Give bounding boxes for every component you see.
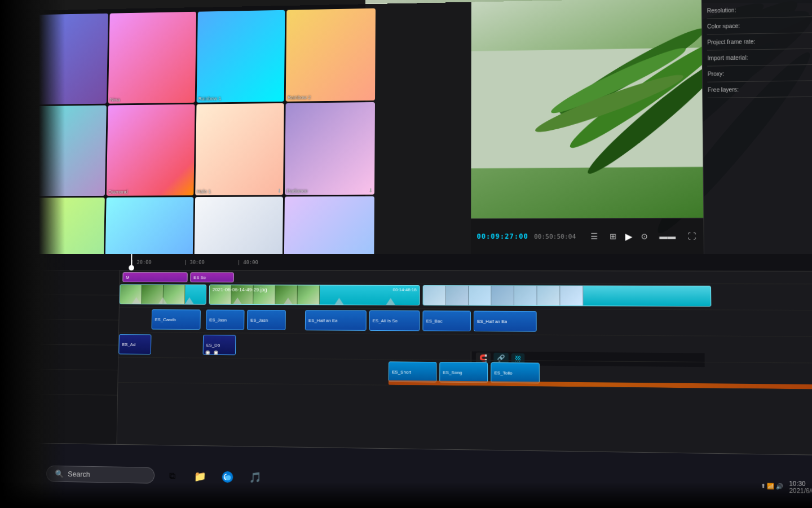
- preview-plant: [471, 0, 703, 218]
- media-thumb-4[interactable]: Rainbow 2: [286, 8, 376, 102]
- media-thumb-9[interactable]: Radiance ⬇: [285, 102, 374, 195]
- play-button[interactable]: ▶: [625, 231, 632, 242]
- track-row-a3: ES_Short ES_Song ES_Tollo: [118, 357, 812, 389]
- proxy-item[interactable]: Proxy:: [708, 65, 812, 82]
- time-mark-40: | 40:00: [237, 259, 292, 265]
- time-mark-30: | 30:00: [184, 259, 237, 265]
- media-thumb-7[interactable]: Diamond: [107, 104, 195, 196]
- settings-btn[interactable]: ▬▬: [656, 230, 679, 242]
- clip-purple-1[interactable]: M: [122, 272, 187, 282]
- thumb-label-8: Halo 1: [197, 189, 211, 195]
- edge-icon: [221, 470, 233, 483]
- current-timecode: 00:09:27:00: [476, 233, 528, 240]
- triangle-markers-1: [120, 297, 206, 304]
- thumb-cell-9: [423, 286, 446, 305]
- triangle-5: [284, 297, 293, 304]
- search-label: Search: [68, 470, 90, 479]
- clip-thumbs-3: [423, 286, 711, 306]
- thumb-label-3: Rainbow 1: [198, 95, 221, 101]
- download-icon-9: ⬇: [368, 187, 373, 194]
- task-view-icon: ⧉: [169, 471, 175, 481]
- download-icon-8: ⬇: [277, 188, 282, 194]
- track-row-a1: ES_Jasn ES_Jasn ES_Half an Ea ES_All Is …: [119, 308, 812, 337]
- thumb-cell-11: [469, 286, 491, 305]
- colorspace-item[interactable]: Color space:: [707, 17, 812, 34]
- track-row-purple: M ES So: [120, 270, 812, 284]
- freelayers-item[interactable]: Free layers:: [708, 81, 812, 98]
- folder-icon: 📁: [193, 470, 206, 483]
- thumb-label-9: Radiance: [286, 189, 307, 194]
- playhead-head: [129, 265, 134, 271]
- clip-image-1[interactable]: [120, 284, 206, 305]
- clip-candb-label: ES_Candb: [155, 317, 176, 322]
- clip-tollo[interactable]: ES_Tollo: [491, 362, 540, 383]
- clip-image-3[interactable]: [423, 285, 712, 306]
- list-view-btn[interactable]: ☰: [588, 230, 601, 242]
- time-mark-20: | 20:00: [131, 259, 184, 265]
- media-thumb-2[interactable]: Nina: [108, 12, 196, 104]
- clip-purple-label-2: ES So: [193, 275, 206, 280]
- clip-halfea2-label: ES_Half an Ea: [477, 318, 507, 323]
- media-thumb-8[interactable]: Halo 1 ⬇: [195, 103, 284, 196]
- playhead[interactable]: [131, 254, 132, 270]
- screen-container: Nina Rainbow 1 Rainbow 2 Diamond Halo 1 …: [0, 0, 812, 508]
- thumb-cell-15: [560, 286, 583, 306]
- thumb-label-7: Diamond: [108, 189, 127, 195]
- thumb-label-4: Rainbow 2: [288, 94, 311, 100]
- triangle-2: [158, 297, 167, 304]
- clip-audio-bac[interactable]: ES_Bac: [422, 310, 471, 331]
- media-thumb-3[interactable]: Rainbow 1: [196, 10, 285, 103]
- zoom-btn[interactable]: ⊙: [638, 230, 651, 242]
- clip-image-2[interactable]: 2021-06-06-14-49-29.jpg 00:14:48:18: [209, 284, 420, 305]
- clip-audio-ad[interactable]: ES_Ad: [118, 334, 151, 354]
- thumb-cell-10: [446, 286, 469, 305]
- orange-accent-strip: [389, 380, 812, 389]
- total-timecode: 00:50:50:04: [534, 233, 576, 240]
- clip-audio-jasn1[interactable]: ES_Jasn: [206, 310, 244, 330]
- clip-orange-short[interactable]: ES_Short: [389, 361, 436, 382]
- fullscreen-btn[interactable]: ⛶: [685, 230, 699, 242]
- timeline: 🧲 🔗 ⛓ | 20:00 | 30:00 | 40:00: [10, 254, 812, 455]
- triangle-1: [132, 297, 141, 304]
- clip-halfea-label: ES_Half an Ea: [308, 318, 338, 323]
- clip-jasn2-label: ES_Jasn: [250, 317, 268, 322]
- triangle-6: [334, 298, 343, 305]
- timeline-header: | 20:00 | 30:00 | 40:00: [14, 254, 812, 271]
- app-icon: 🎵: [249, 471, 261, 484]
- clip-purple-label-1: M: [126, 275, 130, 280]
- clip-jasn1-label: ES_Jasn: [209, 317, 227, 322]
- bottom-edge: [0, 483, 812, 508]
- triangle-4: [233, 297, 242, 304]
- clip-audio-halfea[interactable]: ES_Half an Ea: [305, 310, 367, 331]
- resolution-item[interactable]: Resolution:: [707, 1, 812, 19]
- triangle-7: [386, 298, 395, 305]
- media-browser: Nina Rainbow 1 Rainbow 2 Diamond Halo 1 …: [13, 2, 471, 295]
- clip-allis-label: ES_All Is So: [373, 318, 398, 323]
- editor-wrapper: Nina Rainbow 1 Rainbow 2 Diamond Halo 1 …: [8, 0, 812, 508]
- thumb-cell-13: [514, 286, 537, 305]
- thumb-label-2: Nina: [110, 97, 120, 103]
- clip-audio-candb[interactable]: ES_Candb: [152, 309, 201, 330]
- framerate-item[interactable]: Project frame rate:: [707, 33, 812, 50]
- connection-dot-1: [205, 351, 210, 355]
- clip-do-label: ES_Do: [206, 342, 220, 347]
- triangle-3: [185, 297, 194, 304]
- left-edge: [0, 0, 65, 508]
- import-item[interactable]: Import material:: [707, 49, 812, 67]
- video-preview: [471, 0, 703, 218]
- clip-audio-jasn2[interactable]: ES_Jasn: [247, 310, 286, 330]
- media-thumb-10: [376, 101, 467, 195]
- connection-dot-2: [214, 351, 218, 355]
- thumb-cell-14: [537, 286, 561, 306]
- clip-audio-halfea2[interactable]: ES_Half an Ea: [474, 311, 537, 332]
- clip-song-label: ES_Song: [443, 370, 462, 375]
- track-row-v1: 2021-06-06-14-49-29.jpg 00:14:48:18: [120, 283, 812, 310]
- clip-audio-allis[interactable]: ES_All Is So: [369, 310, 420, 331]
- playback-controls: 00:09:27:00 00:50:50:04 ☰ ⊞ ▶ ⊙ ▬▬ ⛶: [471, 218, 704, 254]
- grid-view-btn[interactable]: ⊞: [606, 230, 619, 242]
- clip-ad-label: ES_Ad: [122, 341, 135, 347]
- triangle-markers-2: [209, 297, 419, 305]
- clip-song[interactable]: ES_Song: [439, 362, 488, 383]
- clip-timecode-2: 00:14:48:18: [392, 287, 416, 292]
- clip-purple-2[interactable]: ES So: [190, 272, 234, 282]
